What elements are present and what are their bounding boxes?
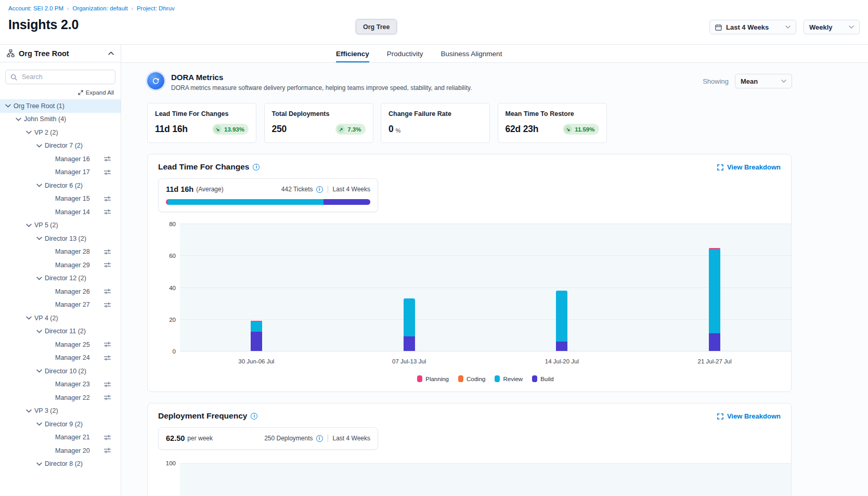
- filter-settings-icon[interactable]: [103, 249, 111, 255]
- lead-time-title: Lead Time For Changes: [158, 162, 249, 172]
- legend-item-coding[interactable]: Coding: [458, 375, 485, 382]
- info-icon[interactable]: [316, 435, 323, 442]
- breadcrumb-link[interactable]: Project: Dhruv: [137, 5, 175, 11]
- date-range-select[interactable]: Last 4 Weeks: [709, 20, 796, 34]
- info-icon[interactable]: [251, 413, 257, 420]
- chevron-down-icon[interactable]: [16, 118, 24, 121]
- breadcrumb-link[interactable]: Account: SEI 2.0 PM: [8, 5, 63, 11]
- tab-efficiency[interactable]: Efficiency: [336, 45, 369, 62]
- tree-item-director-9-2[interactable]: Director 9 (2): [0, 417, 121, 431]
- filter-settings-icon[interactable]: [103, 394, 111, 401]
- filter-settings-icon[interactable]: [103, 381, 111, 388]
- filter-settings-icon[interactable]: [103, 355, 111, 361]
- tree-item-manager-29[interactable]: Manager 29: [0, 258, 121, 272]
- chevron-down-icon[interactable]: [36, 422, 45, 426]
- legend-item-planning[interactable]: Planning: [417, 375, 449, 382]
- search-box[interactable]: [5, 70, 115, 84]
- chevron-down-icon[interactable]: [36, 144, 45, 148]
- tree-item-director-7-2[interactable]: Director 7 (2): [0, 139, 121, 153]
- filter-settings-icon[interactable]: [103, 447, 111, 454]
- chevron-down-icon[interactable]: [36, 184, 45, 187]
- filter-settings-icon[interactable]: [103, 302, 111, 308]
- chevron-down-icon[interactable]: [5, 104, 14, 108]
- tree-item-manager-25[interactable]: Manager 25: [0, 338, 121, 351]
- tree-item-label: Manager 17: [55, 168, 90, 176]
- tree-item-director-8-2[interactable]: Director 8 (2): [0, 458, 121, 471]
- tab-business-alignment[interactable]: Business Alignment: [441, 45, 502, 62]
- tree-item-john-smith-4[interactable]: John Smith (4): [0, 113, 121, 126]
- view-breakdown-label: View Breakdown: [727, 412, 781, 420]
- chevron-down-icon[interactable]: [36, 369, 45, 373]
- info-icon[interactable]: [316, 186, 323, 193]
- tree-item-vp-4-2[interactable]: VP 4 (2): [0, 311, 121, 325]
- tree-item-manager-22[interactable]: Manager 22: [0, 391, 121, 404]
- deployment-rate-label: per week: [187, 435, 213, 442]
- chevron-down-icon[interactable]: [36, 330, 45, 333]
- filter-settings-icon[interactable]: [103, 169, 111, 176]
- filter-settings-icon[interactable]: [103, 195, 111, 202]
- chevron-down-icon[interactable]: [26, 316, 34, 320]
- chevron-down-icon[interactable]: [26, 224, 34, 227]
- tree-item-manager-15[interactable]: Manager 15: [0, 192, 121, 206]
- tree-item-director-10-2[interactable]: Director 10 (2): [0, 364, 121, 378]
- progress-segment-review: [168, 199, 323, 205]
- bar-segment-review: [404, 298, 415, 337]
- tree-item-director-13-2[interactable]: Director 13 (2): [0, 232, 121, 245]
- org-tree-sidebar: Org Tree Root Expand All Org Tree Root (…: [0, 45, 121, 496]
- showing-select[interactable]: Mean: [735, 74, 792, 88]
- chevron-down-icon[interactable]: [26, 130, 34, 134]
- tree-item-manager-27[interactable]: Manager 27: [0, 298, 121, 312]
- deployment-title-row: Deployment Frequency: [158, 411, 781, 421]
- tree-item-manager-23[interactable]: Manager 23: [0, 378, 121, 391]
- chevron-down-icon[interactable]: [36, 237, 45, 240]
- deployment-summary-meta: 250 Deployments Last 4 Weeks: [264, 435, 370, 442]
- calendar-icon: [715, 24, 722, 31]
- filter-settings-icon[interactable]: [103, 341, 111, 348]
- tree-item-label: Manager 26: [55, 288, 90, 295]
- tree-item-manager-17[interactable]: Manager 17: [0, 166, 121, 179]
- legend-item-build[interactable]: Build: [532, 375, 554, 382]
- bar-2[interactable]: [404, 298, 415, 351]
- expand-all-button[interactable]: Expand All: [0, 89, 114, 96]
- breadcrumb-link[interactable]: Organization: default: [72, 5, 127, 11]
- filter-settings-icon[interactable]: [103, 434, 111, 441]
- lead-time-average-value: 11d 16h: [166, 185, 193, 193]
- tree-item-manager-14[interactable]: Manager 14: [0, 205, 121, 219]
- granularity-select[interactable]: Weekly: [804, 20, 860, 34]
- deployment-view-breakdown[interactable]: View Breakdown: [717, 412, 781, 420]
- tree-item-manager-20[interactable]: Manager 20: [0, 444, 121, 458]
- bar-1[interactable]: [251, 321, 262, 351]
- org-tree-button[interactable]: Org Tree: [356, 19, 397, 34]
- chevron-up-icon[interactable]: [108, 51, 114, 55]
- search-input[interactable]: [21, 73, 110, 81]
- tab-productivity[interactable]: Productivity: [387, 45, 423, 62]
- bar-3[interactable]: [556, 291, 567, 351]
- org-tree: Org Tree Root (1)John Smith (4)VP 2 (2)D…: [0, 99, 121, 471]
- lead-time-view-breakdown[interactable]: View Breakdown: [717, 163, 781, 171]
- legend-item-review[interactable]: Review: [495, 375, 523, 382]
- tree-item-manager-24[interactable]: Manager 24: [0, 351, 121, 365]
- filter-settings-icon[interactable]: [103, 262, 111, 268]
- tree-item-vp-2-2[interactable]: VP 2 (2): [0, 126, 121, 139]
- tree-item-director-12-2[interactable]: Director 12 (2): [0, 272, 121, 285]
- chevron-down-icon[interactable]: [36, 462, 45, 466]
- filter-settings-icon[interactable]: [103, 155, 111, 162]
- tree-item-vp-5-2[interactable]: VP 5 (2): [0, 219, 121, 232]
- progress-segment-build: [323, 199, 370, 205]
- filter-settings-icon[interactable]: [103, 288, 111, 295]
- tree-item-vp-3-2[interactable]: VP 3 (2): [0, 404, 121, 418]
- deployment-chart-plot: 100: [180, 463, 791, 496]
- info-icon[interactable]: [253, 164, 260, 171]
- tree-item-director-11-2[interactable]: Director 11 (2): [0, 325, 121, 338]
- bar-4[interactable]: [709, 248, 720, 351]
- chevron-down-icon[interactable]: [36, 277, 45, 280]
- lead-time-chart-xlabels: 30 Jun-06 Jul07 Jul-13 Jul14 Jul-20 Jul2…: [180, 358, 791, 367]
- tree-item-manager-26[interactable]: Manager 26: [0, 285, 121, 298]
- tree-item-director-6-2[interactable]: Director 6 (2): [0, 179, 121, 192]
- filter-settings-icon[interactable]: [103, 208, 111, 215]
- chevron-down-icon[interactable]: [26, 409, 34, 413]
- tree-item-manager-16[interactable]: Manager 16: [0, 152, 121, 166]
- tree-item-manager-21[interactable]: Manager 21: [0, 431, 121, 445]
- tree-item-org-tree-root-1[interactable]: Org Tree Root (1): [0, 99, 121, 113]
- tree-item-manager-28[interactable]: Manager 28: [0, 245, 121, 259]
